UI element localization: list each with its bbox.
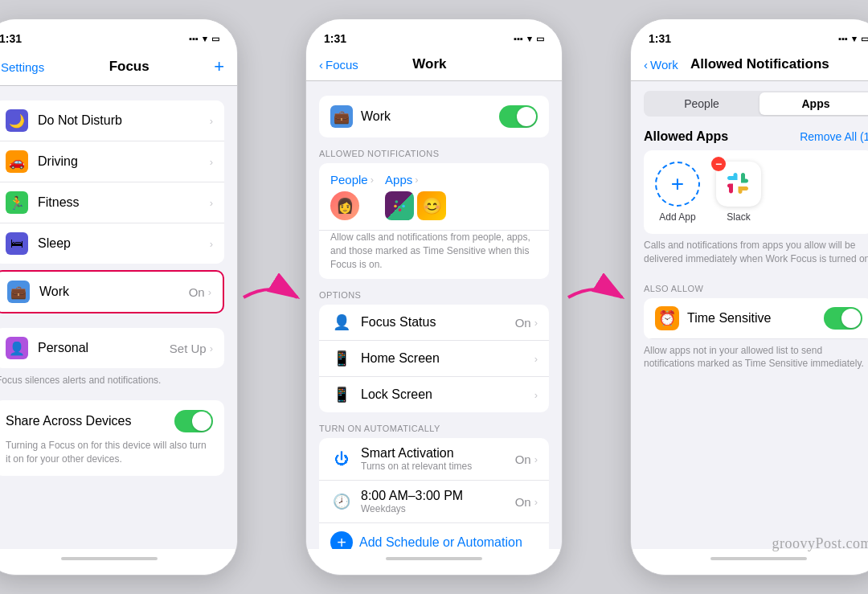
people-avatars: 👩	[330, 191, 374, 220]
nav-title-2: Work	[412, 56, 446, 72]
chevron-icon: ›	[534, 353, 538, 365]
nav-title-3: Allowed Notifications	[690, 56, 829, 72]
wifi-icon: ▾	[527, 34, 532, 44]
smart-activation-item[interactable]: ⏻ Smart Activation Turns on at relevant …	[319, 438, 549, 481]
focus-status-value: On	[515, 316, 531, 330]
remove-badge[interactable]: −	[711, 157, 726, 171]
chevron-icon: ›	[534, 496, 538, 508]
driving-item[interactable]: 🚗 Driving ›	[0, 141, 224, 182]
add-schedule-item[interactable]: + Add Schedule or Automation	[319, 523, 549, 549]
personal-section: 👤 Personal Set Up ›	[0, 328, 224, 368]
focus-modes-section: 🌙 Do Not Disturb › 🚗 Driving › 🏃 Fitness…	[0, 100, 224, 264]
schedule-sub: Weekdays	[361, 503, 515, 514]
nav-bar-1: ‹ Settings Focus +	[0, 51, 237, 86]
share-toggle[interactable]	[174, 410, 213, 432]
wifi-icon: ▾	[203, 34, 207, 44]
phone-settings-focus: 1:31 ▪▪▪ ▾ ▭ ‹ Settings Focus + 🌙 Do Not…	[0, 18, 238, 576]
sleep-icon: 🛏	[6, 232, 28, 255]
time-3: 1:31	[649, 32, 671, 45]
work-icon-box: 💼	[330, 105, 353, 128]
personal-value: Set Up	[170, 342, 207, 355]
focus-status-item[interactable]: 👤 Focus Status On ›	[319, 305, 549, 341]
phone-work-focus: 1:31 ▪▪▪ ▾ ▭ ‹ Focus Work 💼 Work	[305, 18, 563, 576]
nav-bar-3: ‹ Work Allowed Notifications	[631, 51, 868, 81]
tab-apps[interactable]: Apps	[760, 92, 868, 115]
add-plus-icon: +	[330, 531, 353, 549]
work-icon: 💼	[7, 281, 30, 303]
chevron-left-icon: ‹	[644, 58, 648, 72]
work-toggle-label: Work	[361, 109, 391, 124]
home-indicator-1	[61, 557, 158, 560]
lock-screen-label: Lock Screen	[361, 387, 534, 402]
work-toggle[interactable]	[499, 105, 538, 128]
home-screen-item[interactable]: 📱 Home Screen ›	[319, 341, 549, 377]
home-screen-icon: 📱	[330, 350, 353, 367]
allowed-apps-header: Allowed Apps Remove All (1)	[631, 126, 868, 150]
emoji-app-icon: 😊	[417, 191, 446, 220]
tab-people[interactable]: People	[645, 92, 758, 115]
add-app-button[interactable]: +	[655, 162, 700, 207]
add-schedule-label: Add Schedule or Automation	[359, 535, 522, 549]
clock-icon: 🕗	[330, 493, 353, 510]
schedule-label: 8:00 AM–3:00 PM	[361, 489, 515, 503]
fitness-icon: 🏃	[6, 191, 28, 214]
settings-list: 🌙 Do Not Disturb › 🚗 Driving › 🏃 Fitness…	[0, 86, 237, 549]
work-label: Work	[39, 285, 189, 299]
people-label: People ›	[330, 173, 374, 186]
apps-label: Apps ›	[385, 173, 446, 186]
schedule-item[interactable]: 🕗 8:00 AM–3:00 PM Weekdays On ›	[319, 481, 549, 523]
work-item-highlighted[interactable]: 💼 Work On ›	[0, 270, 224, 313]
chevron-icon: ›	[210, 238, 213, 250]
sleep-item[interactable]: 🛏 Sleep ›	[0, 223, 224, 264]
add-app-item[interactable]: + Add App	[655, 162, 700, 223]
nav-title-1: Focus	[109, 59, 149, 75]
status-icons-2: ▪▪▪ ▾ ▭	[514, 34, 544, 44]
avatar-1: 👩	[330, 191, 359, 220]
chevron-icon: ›	[210, 342, 213, 354]
chevron-icon: ›	[534, 317, 538, 329]
nav-bar-2: ‹ Focus Work	[306, 51, 562, 81]
signal-icon: ▪▪▪	[514, 34, 523, 43]
chevron-icon: ›	[210, 156, 213, 168]
work-toggle-section: 💼 Work	[319, 96, 549, 137]
notif-cards-row: People › 👩 Apps ›	[319, 163, 549, 231]
do-not-disturb-item[interactable]: 🌙 Do Not Disturb ›	[0, 100, 224, 141]
svg-point-3	[395, 200, 399, 203]
apps-card[interactable]: Apps ›	[385, 173, 446, 220]
battery-icon: ▭	[536, 34, 544, 44]
wifi-icon: ▾	[852, 34, 857, 44]
share-desc: Turning a Focus on for this device will …	[6, 439, 213, 466]
back-button-1[interactable]: ‹ Settings	[0, 60, 44, 74]
remove-all-button[interactable]: Remove All (1)	[800, 130, 868, 143]
arrow-2	[564, 273, 628, 322]
add-button-1[interactable]: +	[214, 56, 224, 77]
smart-activation-text: Smart Activation Turns on at relevant ti…	[361, 446, 515, 472]
chevron-icon: ›	[534, 453, 538, 465]
battery-icon: ▭	[211, 34, 219, 44]
back-button-3[interactable]: ‹ Work	[644, 58, 678, 72]
apps-grid-section: + Add App −	[644, 150, 868, 234]
home-indicator-3	[710, 557, 807, 560]
slack-item[interactable]: −	[716, 162, 761, 223]
back-button-2[interactable]: ‹ Focus	[319, 58, 358, 72]
people-card[interactable]: People › 👩	[330, 173, 374, 220]
share-section: Share Across Devices Turning a Focus on …	[0, 400, 224, 476]
chevron-left-icon: ‹	[319, 58, 323, 72]
signal-icon: ▪▪▪	[838, 34, 848, 43]
smart-activation-sub: Turns on at relevant times	[361, 461, 515, 472]
slack-app-icon	[385, 191, 414, 220]
driving-icon: 🚗	[6, 150, 28, 173]
also-allow-header: ALSO ALLOW	[631, 274, 868, 298]
time-sensitive-toggle[interactable]	[824, 307, 862, 330]
time-sensitive-icon: ⏰	[655, 306, 679, 330]
watermark: groovyPost.com	[772, 535, 868, 552]
personal-item[interactable]: 👤 Personal Set Up ›	[0, 328, 224, 368]
chevron-right-icon: ›	[371, 174, 374, 186]
app-icons-row: 😊	[385, 191, 446, 220]
lock-screen-item[interactable]: 📱 Lock Screen ›	[319, 377, 549, 412]
fitness-item[interactable]: 🏃 Fitness ›	[0, 182, 224, 223]
svg-point-1	[394, 205, 397, 208]
smart-activation-value: On	[515, 453, 531, 466]
time-1: 1:31	[0, 32, 22, 45]
slack-icon-large: −	[716, 162, 761, 207]
